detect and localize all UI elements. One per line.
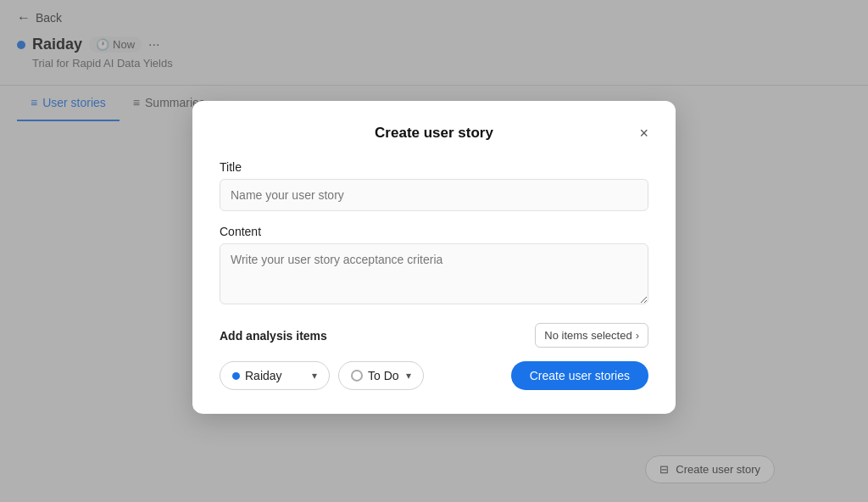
status-chevron-icon: ▾ xyxy=(406,370,411,382)
status-circle-icon xyxy=(351,370,363,382)
title-input[interactable] xyxy=(220,179,648,211)
project-select-dot xyxy=(232,371,240,379)
create-user-stories-button[interactable]: Create user stories xyxy=(511,361,648,390)
status-select-dropdown[interactable]: To Do ▾ xyxy=(338,361,424,390)
project-select-chevron-icon: ▾ xyxy=(312,370,317,382)
modal-header: Create user story × xyxy=(220,125,648,142)
analysis-row: Add analysis items No items selected › xyxy=(220,323,648,348)
project-select-dropdown[interactable]: Raiday ▾ xyxy=(220,361,330,390)
items-selected-label: No items selected xyxy=(544,329,632,342)
project-select-label: Raiday xyxy=(245,369,282,382)
title-label: Title xyxy=(220,160,648,174)
create-user-story-modal: Create user story × Title Content Add an… xyxy=(192,101,676,414)
modal-close-button[interactable]: × xyxy=(639,126,648,141)
items-selected-button[interactable]: No items selected › xyxy=(535,323,648,348)
content-label: Content xyxy=(220,225,648,238)
content-textarea[interactable] xyxy=(220,243,648,304)
modal-bottom-row: Raiday ▾ To Do ▾ Create user stories xyxy=(220,361,648,390)
status-select-label: To Do xyxy=(368,369,399,382)
modal-title: Create user story xyxy=(375,125,493,142)
analysis-label: Add analysis items xyxy=(220,328,327,342)
chevron-right-icon: › xyxy=(636,329,639,342)
